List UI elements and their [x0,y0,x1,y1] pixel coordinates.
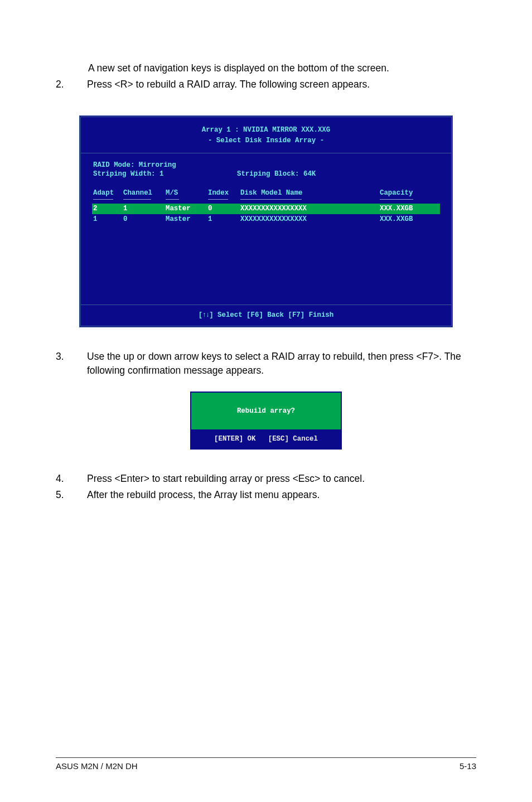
striping-width: Striping Width: 1 [93,169,237,180]
terminal-header: Array 1 : NVIDIA MIRROR XXX.XXG - Select… [81,117,451,153]
table-row: 2 1 Master 0 XXXXXXXXXXXXXXXX XXX.XXGB [92,204,440,214]
step-5-body: After the rebuild process, the Array lis… [87,488,476,502]
step-4-body: Press <Enter> to start rebuilding array … [87,472,476,486]
terminal-frame: Array 1 : NVIDIA MIRROR XXX.XXG - Select… [79,115,453,327]
step-2-body: Press <R> to rebuild a RAID array. The f… [87,78,476,91]
bios-screenshot: Array 1 : NVIDIA MIRROR XXX.XXG - Select… [79,115,453,327]
page-footer: ASUS M2N / M2N DH 5-13 [56,757,476,771]
terminal-title-2: - Select Disk Inside Array - [81,136,451,146]
step-3: 3. Use the up or down arrow keys to sele… [56,350,476,377]
hdr-channel: Channel [123,188,166,200]
striping-line: Striping Width: 1 Striping Block: 64K [93,169,439,180]
raid-mode-line: RAID Mode: Mirroring [93,161,439,169]
hdr-model: Disk Model Name [240,188,380,200]
cell-capacity: XXX.XXGB [380,204,430,214]
table-header-row: Adapt Channel M/S Index Disk Model Name … [93,188,439,200]
cell-adapt: 2 [93,204,123,214]
step-3-num: 3. [56,350,68,377]
hdr-adapt: Adapt [93,188,123,200]
cell-adapt: 1 [93,214,123,225]
hdr-ms: M/S [166,188,208,200]
dialog-frame: Rebuild array? [ENTER] OK [ESC] Cancel [190,392,342,450]
step-5: 5. After the rebuild process, the Array … [56,488,476,502]
step-2: 2. Press <R> to rebuild a RAID array. Th… [56,78,476,91]
terminal-footer: [↑↓] Select [F6] Back [F7] Finish [81,305,451,326]
terminal-body: RAID Mode: Mirroring Striping Width: 1 S… [81,153,451,305]
cell-channel: 1 [123,204,166,214]
cell-ms: Master [166,204,208,214]
dialog-question: Rebuild array? [191,393,341,431]
table-row: 1 0 Master 1 XXXXXXXXXXXXXXXX XXX.XXGB [93,214,439,225]
arrow-up-down-icon: ↑↓ [202,311,209,318]
dialog-buttons: [ENTER] OK [ESC] Cancel [191,431,341,448]
cell-ms: Master [166,214,208,225]
footer-left: ASUS M2N / M2N DH [56,761,138,771]
intro-text: A new set of navigation keys is displaye… [88,61,476,75]
footer-right: 5-13 [460,761,476,771]
dialog-screenshot: Rebuild array? [ENTER] OK [ESC] Cancel [190,392,342,450]
cell-channel: 0 [123,214,166,225]
cell-model: XXXXXXXXXXXXXXXX [240,214,380,225]
cell-model: XXXXXXXXXXXXXXXX [240,204,380,214]
striping-block: Striping Block: 64K [237,169,316,180]
cell-index: 0 [208,204,240,214]
hdr-index: Index [208,188,240,200]
step-4-num: 4. [56,472,68,486]
step-3-body: Use the up or down arrow keys to select … [87,350,476,377]
step-4: 4. Press <Enter> to start rebuilding arr… [56,472,476,486]
step-5-num: 5. [56,488,68,502]
cell-index: 1 [208,214,240,225]
hdr-capacity: Capacity [380,188,430,200]
cell-capacity: XXX.XXGB [380,214,430,225]
terminal-title-1: Array 1 : NVIDIA MIRROR XXX.XXG [81,125,451,136]
step-2-num: 2. [56,78,68,91]
footer-actions: ] Select [F6] Back [F7] Finish [209,311,333,319]
